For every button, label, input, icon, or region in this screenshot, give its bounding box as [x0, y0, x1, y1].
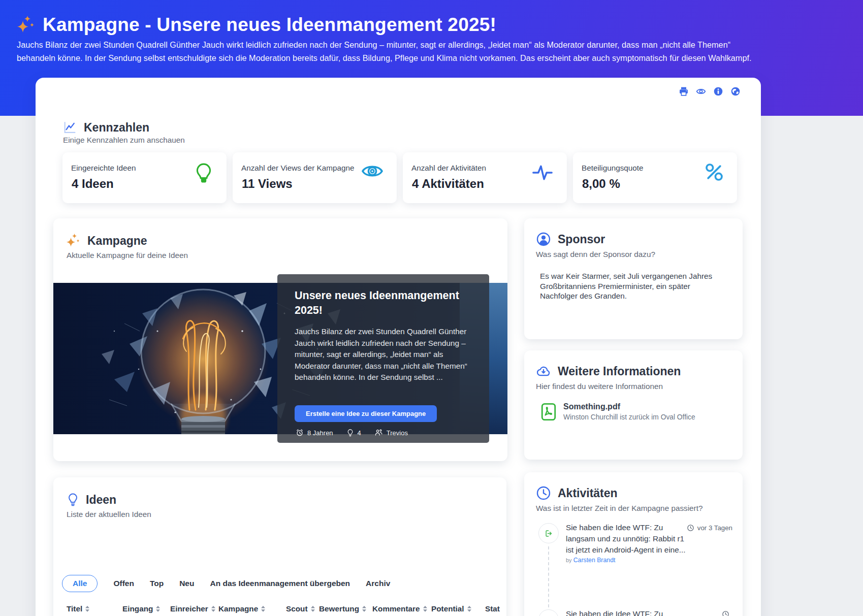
clock-icon [687, 524, 694, 532]
toolbar [679, 86, 741, 96]
column-kommentare[interactable]: Kommentare [372, 604, 428, 613]
column-status[interactable]: Stat [485, 604, 500, 613]
alarm-clock-icon [296, 429, 304, 437]
lightbulb-icon [194, 163, 213, 185]
kpi-label: Eingereichte Ideen [71, 164, 136, 173]
eye-icon [361, 163, 383, 180]
tab-neu[interactable]: Neu [179, 579, 194, 588]
tab-top[interactable]: Top [150, 579, 164, 588]
sparkles-icon [17, 16, 36, 34]
lightbulb-icon [67, 493, 79, 507]
kennzahlen-title: Kennzahlen [84, 121, 149, 135]
kpi-value: 4 Ideen [72, 177, 114, 191]
campaign-age: 8 Jahren [296, 429, 333, 437]
infos-header: Weitere Informationen [536, 364, 681, 379]
sort-icon [362, 605, 367, 612]
ideen-subtitle: Liste der aktuellen Ideen [67, 510, 151, 519]
kpi-label: Beteiligungsquote [582, 164, 644, 173]
kampagne-subtitle: Aktuelle Kampagne für deine Ideen [67, 251, 188, 260]
campaign-description: Jauchs Bilanz der zwei Stunden Quadrell … [17, 39, 754, 64]
column-eingang[interactable]: Eingang [122, 604, 161, 613]
kampagne-header: Kampagne [67, 234, 147, 248]
clock-icon [536, 485, 551, 501]
kpi-value: 4 Aktivitäten [412, 177, 484, 191]
column-kampagne[interactable]: Kampagne [218, 604, 266, 613]
ideen-table-header: Titel Eingang Einreicher Kampagne Scout … [53, 604, 506, 616]
globe-button[interactable] [730, 86, 741, 96]
page-title: Kampagne - Unsere neues Ideenmangement 2… [43, 14, 496, 36]
percent-icon [705, 163, 724, 182]
sort-icon [467, 605, 472, 612]
campaign-overlay-card: Unsere neues Ideenmangement 2025! Jauchs… [277, 274, 489, 443]
line-chart-icon [62, 120, 77, 135]
infos-subtitle: Hier findest du weitere Informationen [536, 382, 663, 391]
column-bewertung[interactable]: Bewertung [319, 604, 367, 613]
sort-icon [423, 605, 428, 612]
kampagne-title: Kampagne [87, 234, 147, 248]
print-button[interactable] [679, 86, 689, 96]
file-item[interactable]: Something.pdf Winston Churchill ist zurü… [540, 402, 695, 422]
main-card: Kennzahlen Einige Kennzahlen zum anschau… [36, 78, 761, 616]
activity-time: vor 3 Tagen [687, 524, 732, 532]
activity-export-icon [538, 609, 559, 616]
tab-alle[interactable]: Alle [62, 575, 98, 592]
preview-eye-button[interactable] [696, 86, 706, 96]
kpi-value: 11 Views [242, 177, 293, 191]
activity-item[interactable]: Sie haben die Idee WTF: Zu langsam und z… [538, 608, 732, 616]
clock-icon [722, 610, 729, 616]
campaign-meta: 8 Jahren 4 Trevios [296, 429, 408, 437]
kpi-card-activities: Anzahl der Aktivitäten 4 Aktivitäten [403, 152, 567, 203]
sort-icon [310, 605, 315, 612]
infos-card: Weitere Informationen Hier findest du we… [524, 350, 743, 460]
column-potential[interactable]: Potential [431, 604, 472, 613]
user-circle-icon [536, 232, 551, 247]
kennzahlen-header: Kennzahlen [62, 120, 149, 135]
sort-icon [155, 605, 161, 612]
pulse-icon [531, 163, 554, 183]
tab-archiv[interactable]: Archiv [366, 579, 390, 588]
campaign-overlay-title: Unsere neues Ideenmangement 2025! [295, 288, 462, 318]
sort-icon [211, 605, 216, 612]
column-einreicher[interactable]: Einreicher [170, 604, 216, 613]
activity-time [722, 610, 732, 616]
file-name: Something.pdf [563, 402, 695, 411]
activities-title: Aktivitäten [558, 487, 618, 500]
tab-offen[interactable]: Offen [113, 579, 134, 588]
ideen-header: Ideen [67, 493, 116, 507]
activity-author-link[interactable]: Carsten Brandt [573, 557, 616, 564]
hero-title-row: Kampagne - Unsere neues Ideenmangement 2… [17, 14, 496, 36]
lightbulb-icon [346, 429, 354, 437]
kpi-value: 8,00 % [582, 177, 620, 191]
kpi-card-views: Anzahl der Views der Kampagne 11 Views [233, 152, 397, 203]
kampagne-card: Kampagne Aktuelle Kampagne für deine Ide… [53, 218, 507, 461]
file-description: Winston Churchill ist zurück im Oval Off… [563, 413, 695, 421]
activity-export-icon [538, 523, 559, 543]
kpi-row: Eingereichte Ideen 4 Ideen Anzahl der Vi… [62, 152, 737, 203]
file-info: Something.pdf Winston Churchill ist zurü… [563, 402, 695, 422]
sponsor-title: Sponsor [558, 233, 605, 246]
activity-author: by Carsten Brandt [566, 557, 689, 564]
campaign-idea-count: 4 [346, 429, 361, 437]
campaign-overlay-excerpt: Jauchs Bilanz der zwei Stunden Quadrell … [295, 326, 473, 383]
ideen-tabs: Alle Offen Top Neu An das Ideenmanagemen… [62, 575, 390, 592]
sparkles-icon [67, 234, 81, 248]
activity-text: Sie haben die Idee WTF: Zu langsam und z… [566, 608, 689, 616]
tab-uebergeben[interactable]: An das Ideenmanagement übergeben [210, 579, 350, 588]
create-idea-button[interactable]: Erstelle eine Idee zu dieser Kampagne [295, 405, 437, 422]
sort-icon [85, 605, 90, 612]
ideen-title: Ideen [86, 493, 116, 507]
column-scout[interactable]: Scout [286, 604, 315, 613]
column-titel[interactable]: Titel [67, 604, 90, 613]
kpi-card-ideas: Eingereichte Ideen 4 Ideen [62, 152, 227, 203]
users-icon [374, 429, 383, 437]
cloud-download-icon [536, 364, 551, 379]
info-button[interactable] [713, 86, 723, 96]
kpi-label: Anzahl der Views der Kampagne [241, 164, 355, 173]
sort-icon [261, 605, 266, 612]
kennzahlen-subtitle: Einige Kennzahlen zum anschauen [63, 136, 185, 145]
activity-item[interactable]: Sie haben die Idee WTF: Zu langsam und z… [538, 522, 732, 564]
sponsor-subtitle: Was sagt denn der Sponsor dazu? [536, 250, 655, 259]
activities-subtitle: Was ist in letzter Zeit in der Kampagne … [536, 504, 702, 513]
ideen-card: Ideen Liste der aktuellen Ideen Alle Off… [53, 477, 506, 616]
activity-text: Sie haben die Idee WTF: Zu langsam und z… [566, 522, 689, 556]
